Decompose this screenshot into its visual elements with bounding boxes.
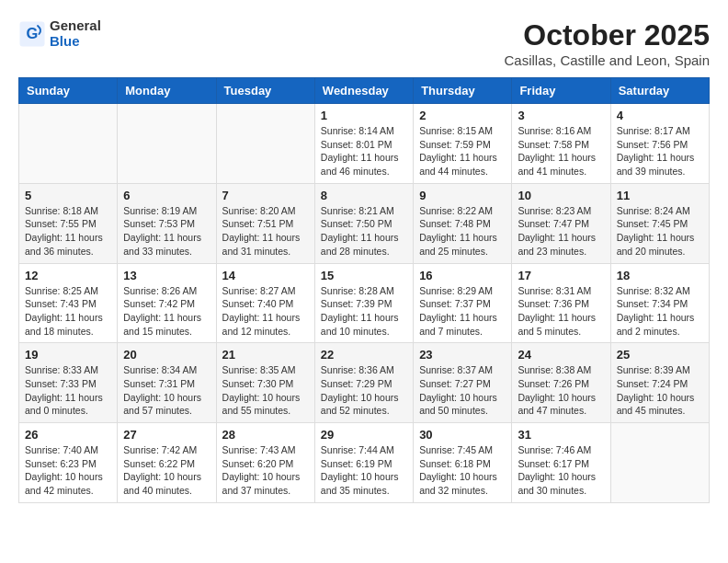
calendar-cell: 27Sunrise: 7:42 AM Sunset: 6:22 PM Dayli… (118, 423, 216, 503)
title-block: October 2025 Casillas, Castille and Leon… (505, 18, 710, 68)
day-info: Sunrise: 8:37 AM Sunset: 7:27 PM Dayligh… (419, 363, 506, 418)
calendar-cell: 25Sunrise: 8:39 AM Sunset: 7:24 PM Dayli… (610, 343, 709, 423)
svg-text:G: G (27, 24, 39, 40)
calendar-cell: 11Sunrise: 8:24 AM Sunset: 7:45 PM Dayli… (610, 183, 709, 263)
day-number: 18 (617, 269, 703, 282)
day-number: 24 (518, 348, 604, 362)
day-number: 16 (419, 269, 506, 282)
day-info: Sunrise: 8:23 AM Sunset: 7:47 PM Dayligh… (518, 204, 604, 259)
calendar-cell: 21Sunrise: 8:35 AM Sunset: 7:30 PM Dayli… (216, 343, 314, 423)
day-number: 12 (25, 269, 111, 282)
day-info: Sunrise: 8:21 AM Sunset: 7:50 PM Dayligh… (321, 204, 407, 259)
day-info: Sunrise: 8:22 AM Sunset: 7:48 PM Dayligh… (419, 204, 506, 259)
day-info: Sunrise: 8:38 AM Sunset: 7:26 PM Dayligh… (518, 363, 604, 418)
calendar-cell (19, 104, 118, 184)
calendar-cell: 18Sunrise: 8:32 AM Sunset: 7:34 PM Dayli… (610, 263, 709, 343)
day-number: 26 (25, 428, 111, 442)
day-info: Sunrise: 7:42 AM Sunset: 6:22 PM Dayligh… (123, 443, 210, 498)
calendar-cell: 31Sunrise: 7:46 AM Sunset: 6:17 PM Dayli… (512, 423, 610, 503)
day-info: Sunrise: 8:31 AM Sunset: 7:36 PM Dayligh… (518, 284, 604, 339)
day-number: 4 (617, 109, 703, 122)
calendar-cell: 13Sunrise: 8:26 AM Sunset: 7:42 PM Dayli… (118, 263, 216, 343)
day-info: Sunrise: 7:43 AM Sunset: 6:20 PM Dayligh… (222, 443, 309, 498)
day-info: Sunrise: 8:34 AM Sunset: 7:31 PM Dayligh… (123, 363, 210, 418)
calendar-week-2: 5Sunrise: 8:18 AM Sunset: 7:55 PM Daylig… (19, 183, 710, 263)
logo-blue-text: Blue (50, 34, 101, 50)
day-info: Sunrise: 8:33 AM Sunset: 7:33 PM Dayligh… (25, 363, 111, 418)
day-number: 3 (518, 109, 604, 122)
day-info: Sunrise: 8:17 AM Sunset: 7:56 PM Dayligh… (617, 124, 703, 178)
calendar-cell: 14Sunrise: 8:27 AM Sunset: 7:40 PM Dayli… (216, 263, 314, 343)
calendar-week-4: 19Sunrise: 8:33 AM Sunset: 7:33 PM Dayli… (19, 343, 710, 423)
calendar-cell (118, 104, 216, 184)
calendar-cell: 1Sunrise: 8:14 AM Sunset: 8:01 PM Daylig… (314, 104, 413, 184)
calendar-cell (216, 104, 314, 184)
day-number: 5 (25, 189, 111, 202)
logo: G General Blue (18, 18, 101, 49)
day-number: 27 (123, 428, 210, 442)
day-number: 31 (518, 428, 604, 442)
day-number: 17 (518, 269, 604, 282)
calendar-cell: 10Sunrise: 8:23 AM Sunset: 7:47 PM Dayli… (512, 183, 610, 263)
day-number: 30 (419, 428, 506, 442)
calendar-cell: 28Sunrise: 7:43 AM Sunset: 6:20 PM Dayli… (216, 423, 314, 503)
day-number: 7 (222, 189, 309, 202)
day-number: 28 (222, 428, 309, 442)
calendar-cell: 30Sunrise: 7:45 AM Sunset: 6:18 PM Dayli… (414, 423, 512, 503)
weekday-header-wednesday: Wednesday (314, 78, 413, 104)
day-info: Sunrise: 7:46 AM Sunset: 6:17 PM Dayligh… (518, 443, 604, 498)
calendar-cell: 6Sunrise: 8:19 AM Sunset: 7:53 PM Daylig… (118, 183, 216, 263)
day-info: Sunrise: 8:27 AM Sunset: 7:40 PM Dayligh… (222, 284, 309, 339)
day-info: Sunrise: 8:20 AM Sunset: 7:51 PM Dayligh… (222, 204, 309, 259)
day-number: 21 (222, 348, 309, 362)
logo-general-text: General (50, 18, 101, 34)
calendar-cell: 2Sunrise: 8:15 AM Sunset: 7:59 PM Daylig… (414, 104, 512, 184)
day-number: 9 (419, 189, 506, 202)
day-info: Sunrise: 8:19 AM Sunset: 7:53 PM Dayligh… (123, 204, 210, 259)
day-number: 23 (419, 348, 506, 362)
calendar-cell: 17Sunrise: 8:31 AM Sunset: 7:36 PM Dayli… (512, 263, 610, 343)
day-number: 29 (321, 428, 407, 442)
day-info: Sunrise: 7:40 AM Sunset: 6:23 PM Dayligh… (25, 443, 111, 498)
day-number: 22 (321, 348, 407, 362)
calendar-cell (610, 423, 709, 503)
calendar-cell: 16Sunrise: 8:29 AM Sunset: 7:37 PM Dayli… (414, 263, 512, 343)
calendar-cell: 3Sunrise: 8:16 AM Sunset: 7:58 PM Daylig… (512, 104, 610, 184)
day-info: Sunrise: 8:28 AM Sunset: 7:39 PM Dayligh… (321, 284, 407, 339)
weekday-header-monday: Monday (118, 78, 216, 104)
calendar-cell: 29Sunrise: 7:44 AM Sunset: 6:19 PM Dayli… (314, 423, 413, 503)
calendar-week-5: 26Sunrise: 7:40 AM Sunset: 6:23 PM Dayli… (19, 423, 710, 503)
day-number: 8 (321, 189, 407, 202)
day-number: 19 (25, 348, 111, 362)
day-number: 25 (617, 348, 703, 362)
day-number: 14 (222, 269, 309, 282)
calendar-cell: 4Sunrise: 8:17 AM Sunset: 7:56 PM Daylig… (610, 104, 709, 184)
day-number: 10 (518, 189, 604, 202)
day-info: Sunrise: 8:35 AM Sunset: 7:30 PM Dayligh… (222, 363, 309, 418)
day-info: Sunrise: 8:18 AM Sunset: 7:55 PM Dayligh… (25, 204, 111, 259)
day-info: Sunrise: 8:25 AM Sunset: 7:43 PM Dayligh… (25, 284, 111, 339)
weekday-header-thursday: Thursday (414, 78, 512, 104)
day-number: 13 (123, 269, 210, 282)
day-info: Sunrise: 8:16 AM Sunset: 7:58 PM Dayligh… (518, 124, 604, 178)
weekday-header-row: SundayMondayTuesdayWednesdayThursdayFrid… (19, 78, 710, 104)
calendar-cell: 12Sunrise: 8:25 AM Sunset: 7:43 PM Dayli… (19, 263, 118, 343)
day-number: 15 (321, 269, 407, 282)
calendar-cell: 7Sunrise: 8:20 AM Sunset: 7:51 PM Daylig… (216, 183, 314, 263)
weekday-header-friday: Friday (512, 78, 610, 104)
day-info: Sunrise: 8:36 AM Sunset: 7:29 PM Dayligh… (321, 363, 407, 418)
calendar-cell: 26Sunrise: 7:40 AM Sunset: 6:23 PM Dayli… (19, 423, 118, 503)
day-info: Sunrise: 8:14 AM Sunset: 8:01 PM Dayligh… (321, 124, 407, 178)
calendar-cell: 8Sunrise: 8:21 AM Sunset: 7:50 PM Daylig… (314, 183, 413, 263)
day-info: Sunrise: 8:24 AM Sunset: 7:45 PM Dayligh… (617, 204, 703, 259)
day-info: Sunrise: 8:26 AM Sunset: 7:42 PM Dayligh… (123, 284, 210, 339)
day-number: 6 (123, 189, 210, 202)
calendar-week-3: 12Sunrise: 8:25 AM Sunset: 7:43 PM Dayli… (19, 263, 710, 343)
location: Casillas, Castille and Leon, Spain (505, 52, 710, 68)
day-number: 1 (321, 109, 407, 122)
day-number: 2 (419, 109, 506, 122)
day-info: Sunrise: 7:45 AM Sunset: 6:18 PM Dayligh… (419, 443, 506, 498)
calendar-cell: 24Sunrise: 8:38 AM Sunset: 7:26 PM Dayli… (512, 343, 610, 423)
day-number: 20 (123, 348, 210, 362)
weekday-header-saturday: Saturday (610, 78, 709, 104)
